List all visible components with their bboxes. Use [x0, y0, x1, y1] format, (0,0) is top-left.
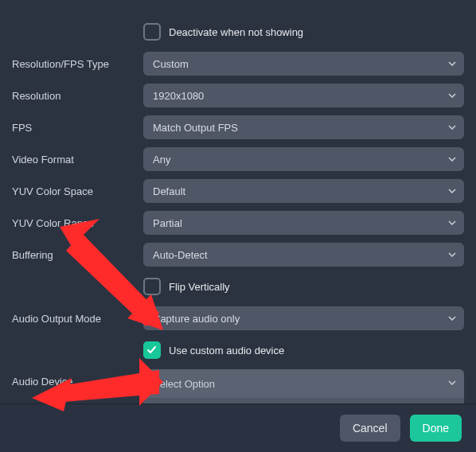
select-fps-value: Match Output FPS [153, 122, 238, 134]
label-audio-device: Audio Device [12, 369, 143, 388]
select-yuv-space-value: Default [153, 185, 185, 197]
checkbox-deactivate[interactable] [143, 23, 161, 41]
label-yuv-range: YUV Color Range [12, 217, 143, 229]
row-yuv-range: YUV Color Range Partial [0, 207, 476, 239]
chevron-down-icon [448, 125, 456, 130]
row-buffering: Buffering Auto-Detect [0, 239, 476, 271]
chevron-down-icon [448, 93, 456, 98]
row-yuv-space: YUV Color Space Default [0, 175, 476, 207]
chevron-down-icon [448, 189, 456, 193]
select-yuv-range[interactable]: Partial [143, 211, 464, 235]
select-buffering-value: Auto-Detect [153, 249, 208, 261]
row-deactivate: Deactivate when not showing [0, 16, 476, 48]
chevron-down-icon [448, 252, 456, 257]
select-resolution-type[interactable]: Custom [143, 52, 464, 76]
select-resolution[interactable]: 1920x1080 [143, 84, 464, 107]
chevron-down-icon [448, 380, 456, 385]
chevron-down-icon [448, 61, 456, 66]
label-fps: FPS [12, 122, 143, 134]
label-custom-audio: Use custom audio device [169, 345, 284, 357]
row-resolution-type: Resolution/FPS Type Custom [0, 48, 476, 80]
check-icon [147, 346, 157, 354]
cancel-button[interactable]: Cancel [340, 415, 400, 442]
select-video-format[interactable]: Any [143, 147, 464, 171]
row-fps: FPS Match Output FPS [0, 111, 476, 143]
select-audio-output-value: Capture audio only [153, 313, 240, 325]
label-resolution-type: Resolution/FPS Type [12, 58, 143, 70]
label-deactivate: Deactivate when not showing [169, 26, 303, 38]
row-flip: Flip Vertically [0, 271, 476, 302]
footer: Cancel Done [0, 403, 476, 452]
label-video-format: Video Format [12, 154, 143, 166]
checkbox-flip[interactable] [143, 278, 161, 295]
select-resolution-type-value: Custom [153, 58, 189, 70]
label-audio-output: Audio Output Mode [12, 313, 143, 325]
row-audio-output: Audio Output Mode Capture audio only [0, 302, 476, 334]
select-yuv-space[interactable]: Default [143, 179, 464, 203]
done-button[interactable]: Done [410, 415, 462, 442]
label-yuv-space: YUV Color Space [12, 185, 143, 197]
select-audio-device-head[interactable]: Select Option [143, 369, 464, 398]
select-audio-device-placeholder: Select Option [153, 378, 215, 390]
label-buffering: Buffering [12, 249, 143, 261]
select-audio-output[interactable]: Capture audio only [143, 306, 464, 330]
chevron-down-icon [448, 220, 456, 225]
row-custom-audio: Use custom audio device [0, 334, 476, 366]
select-resolution-value: 1920x1080 [153, 90, 204, 102]
chevron-down-icon [448, 157, 456, 162]
select-fps[interactable]: Match Output FPS [143, 115, 464, 139]
checkbox-custom-audio[interactable] [143, 341, 161, 359]
select-buffering[interactable]: Auto-Detect [143, 243, 464, 267]
label-flip: Flip Vertically [169, 281, 230, 293]
chevron-down-icon [448, 316, 456, 321]
row-resolution: Resolution 1920x1080 [0, 80, 476, 111]
label-resolution: Resolution [12, 90, 143, 102]
select-video-format-value: Any [153, 154, 170, 166]
row-video-format: Video Format Any [0, 143, 476, 175]
properties-panel: Deactivate when not showing Resolution/F… [0, 0, 476, 452]
select-yuv-range-value: Partial [153, 217, 182, 229]
